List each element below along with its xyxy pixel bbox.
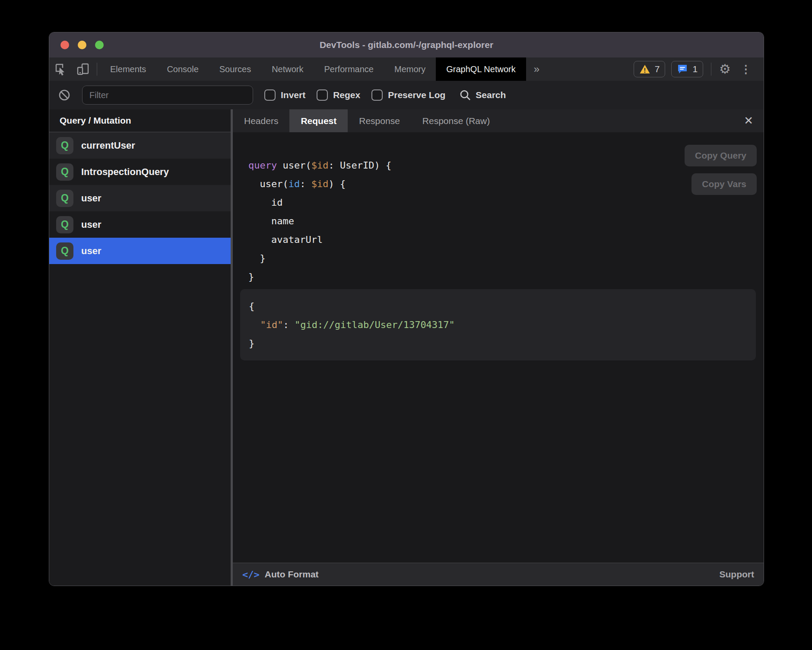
- code-token: }: [248, 253, 266, 264]
- code-token: UserID) {: [340, 160, 391, 171]
- list-item-currentuser[interactable]: Q currentUser: [49, 132, 231, 159]
- tab-response[interactable]: Response: [348, 109, 411, 132]
- tab-console[interactable]: Console: [156, 57, 209, 81]
- list-item-introspectionquery[interactable]: Q IntrospectionQuery: [49, 159, 231, 185]
- warnings-badge[interactable]: 7: [634, 61, 666, 77]
- invert-checkbox[interactable]: [264, 89, 276, 101]
- tab-graphql-network[interactable]: GraphQL Network: [436, 57, 526, 81]
- tab-response-label: Response: [359, 116, 400, 126]
- code-line: avatarUrl: [248, 230, 764, 249]
- query-list-panel: Query / Mutation Q currentUser Q Introsp…: [49, 109, 231, 586]
- query-type-icon: Q: [56, 190, 73, 207]
- regex-checkbox[interactable]: [317, 89, 328, 101]
- query-variables-box: { "id": "gid://gitlab/User/13704317" }: [240, 289, 756, 360]
- device-toolbar-icon: [76, 62, 90, 76]
- tab-elements[interactable]: Elements: [100, 57, 156, 81]
- devtools-window: DevTools - gitlab.com/-/graphql-explorer: [49, 32, 764, 586]
- list-item-user-3-selected[interactable]: Q user: [49, 238, 231, 264]
- tab-request[interactable]: Request: [289, 109, 348, 132]
- settings-gear-icon[interactable]: ⚙: [719, 63, 731, 76]
- tab-headers[interactable]: Headers: [233, 109, 289, 132]
- chevron-double-right-icon: »: [534, 63, 539, 75]
- close-icon: ✕: [744, 114, 753, 127]
- kebab-menu-icon[interactable]: ⋮: [737, 63, 755, 76]
- invert-label: Invert: [281, 90, 305, 100]
- code-line: }: [248, 268, 764, 286]
- window-title: DevTools - gitlab.com/-/graphql-explorer: [49, 40, 764, 50]
- auto-format-label[interactable]: Auto Format: [265, 569, 319, 580]
- issues-badge[interactable]: 1: [671, 61, 703, 77]
- code-token: $id: [311, 160, 329, 171]
- invert-checkbox-group: Invert: [264, 89, 305, 101]
- list-item-user-2[interactable]: Q user: [49, 211, 231, 238]
- warning-count: 7: [655, 64, 660, 74]
- block-filter-icon[interactable]: [58, 89, 71, 102]
- tab-elements-label: Elements: [110, 64, 146, 74]
- query-type-icon: Q: [56, 242, 73, 260]
- code-token: [249, 319, 260, 330]
- tab-network-label: Network: [272, 64, 303, 74]
- preserve-log-checkbox-group: Preserve Log: [371, 89, 445, 101]
- code-token: }: [249, 338, 254, 349]
- inspect-cursor-icon: [54, 63, 67, 76]
- tab-performance-label: Performance: [324, 64, 374, 74]
- message-bubble-icon: [677, 64, 688, 75]
- tab-memory[interactable]: Memory: [384, 57, 436, 81]
- tab-memory-label: Memory: [394, 64, 425, 74]
- list-item-label: user: [81, 193, 101, 204]
- close-detail-button[interactable]: ✕: [733, 109, 764, 132]
- list-item-label: user: [81, 219, 101, 230]
- graphql-query-code: query user($id: UserID) { user(id: $id) …: [248, 156, 764, 286]
- preserve-log-checkbox[interactable]: [371, 89, 383, 101]
- auto-format-icon[interactable]: </>: [242, 569, 260, 580]
- search-icon: [459, 89, 471, 101]
- query-type-icon: Q: [56, 163, 73, 181]
- tab-sources-label: Sources: [219, 64, 251, 74]
- code-line: }: [248, 249, 764, 268]
- code-line: }: [249, 334, 756, 353]
- toggle-device-toolbar-button[interactable]: [72, 57, 94, 81]
- filter-bar: Invert Regex Preserve Log Search: [49, 81, 764, 109]
- detail-tab-bar: Headers Request Response Response (Raw) …: [233, 109, 764, 132]
- copy-query-button[interactable]: Copy Query: [685, 145, 757, 166]
- code-token: $id: [311, 178, 329, 189]
- tab-performance[interactable]: Performance: [314, 57, 384, 81]
- title-bar: DevTools - gitlab.com/-/graphql-explorer: [49, 32, 764, 57]
- code-token: ) {: [328, 178, 346, 189]
- tab-console-label: Console: [167, 64, 198, 74]
- search-control[interactable]: Search: [459, 89, 506, 101]
- tab-graphql-network-label: GraphQL Network: [446, 64, 515, 74]
- regex-label: Regex: [333, 90, 360, 100]
- request-content: Copy Query Copy Vars query user($id: Use…: [233, 132, 764, 563]
- tab-bar-separator: [97, 63, 97, 76]
- code-token: name: [248, 216, 294, 226]
- search-label: Search: [476, 90, 506, 100]
- controls-separator: [711, 63, 711, 76]
- code-token: "gid://gitlab/User/13704317": [295, 319, 455, 330]
- main-area: Query / Mutation Q currentUser Q Introsp…: [49, 109, 764, 586]
- warning-icon: [639, 64, 650, 74]
- query-type-icon: Q: [56, 216, 73, 233]
- code-token: avatarUrl: [248, 234, 323, 245]
- list-item-user-1[interactable]: Q user: [49, 185, 231, 211]
- tab-bar-controls: 7 1 ⚙ ⋮: [634, 57, 764, 81]
- code-token: user(: [282, 160, 311, 171]
- tab-network[interactable]: Network: [261, 57, 314, 81]
- code-token: }: [248, 271, 254, 282]
- tab-response-raw[interactable]: Response (Raw): [411, 109, 501, 132]
- tab-sources[interactable]: Sources: [209, 57, 261, 81]
- copy-vars-button[interactable]: Copy Vars: [691, 173, 757, 195]
- tab-response-raw-label: Response (Raw): [422, 116, 490, 126]
- code-token: :: [300, 178, 311, 189]
- code-line: "id": "gid://gitlab/User/13704317": [249, 315, 756, 334]
- request-detail-panel: Headers Request Response Response (Raw) …: [233, 109, 764, 586]
- code-line: user(id: $id) {: [248, 175, 764, 193]
- code-token: query: [248, 160, 282, 171]
- support-link[interactable]: Support: [720, 569, 754, 580]
- more-tabs-button[interactable]: »: [526, 57, 547, 81]
- filter-input[interactable]: [82, 86, 253, 105]
- code-token: id: [248, 197, 282, 208]
- list-item-label: user: [81, 245, 101, 257]
- inspect-element-button[interactable]: [49, 57, 72, 81]
- code-token: :: [328, 160, 340, 171]
